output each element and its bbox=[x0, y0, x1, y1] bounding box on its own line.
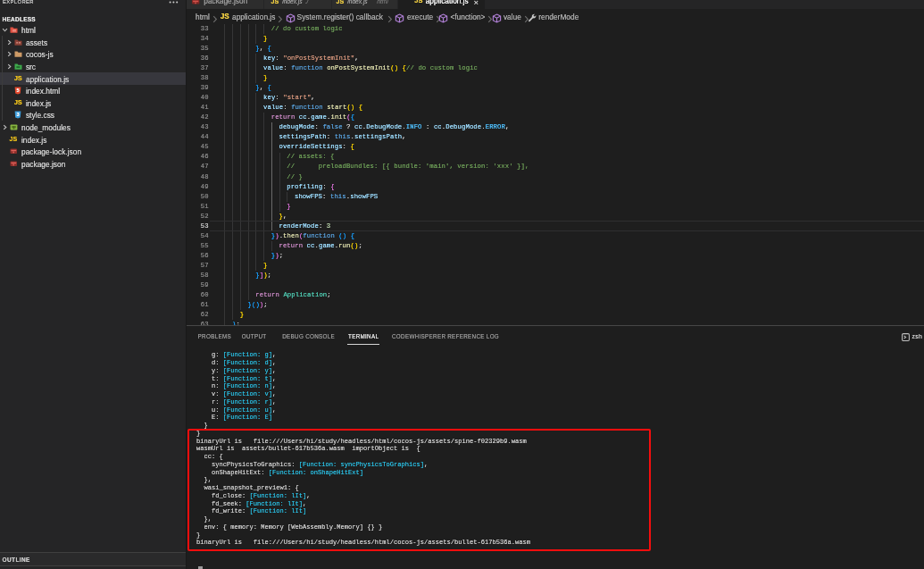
svg-text:5: 5 bbox=[16, 88, 19, 94]
svg-text:3: 3 bbox=[16, 113, 19, 118]
